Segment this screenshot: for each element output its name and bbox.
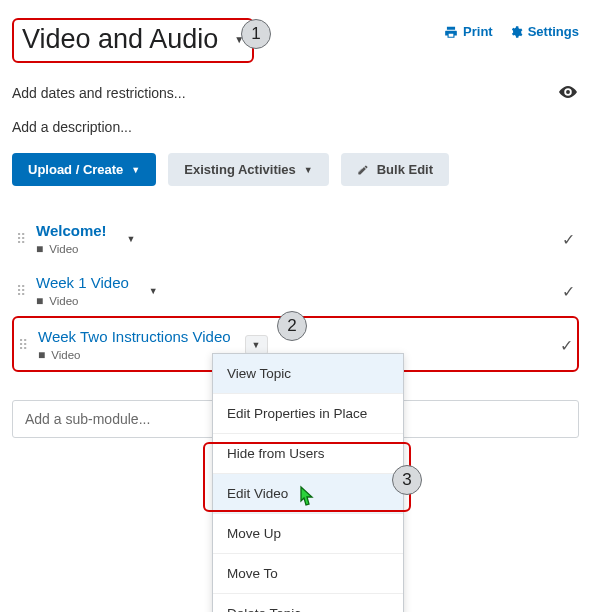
chevron-down-icon: ▼: [304, 165, 313, 175]
item-actions-dropdown[interactable]: ▼: [143, 282, 164, 300]
callout-1: 1: [241, 19, 271, 49]
module-meta: Add dates and restrictions... Add a desc…: [12, 85, 579, 135]
content-item-type: Video: [49, 295, 78, 307]
callout-2: 2: [277, 311, 307, 341]
content-item: ⠿ Week 1 Video ■ Video ▼ ✓: [12, 264, 579, 316]
add-description-link[interactable]: Add a description...: [12, 119, 579, 135]
content-item-title[interactable]: Week Two Instructions Video: [38, 328, 231, 345]
module-title[interactable]: Video and Audio: [18, 22, 222, 57]
drag-handle-icon[interactable]: ⠿: [18, 341, 32, 349]
upload-create-label: Upload / Create: [28, 162, 123, 177]
gear-icon: [509, 25, 523, 39]
content-item-title[interactable]: Week 1 Video: [36, 274, 129, 291]
settings-label: Settings: [528, 24, 579, 39]
context-menu: View Topic Edit Properties in Place Hide…: [212, 353, 404, 612]
menu-edit-video[interactable]: Edit Video: [213, 474, 403, 514]
menu-hide-from-users[interactable]: Hide from Users: [213, 434, 403, 474]
existing-activities-label: Existing Activities: [184, 162, 296, 177]
item-actions-dropdown[interactable]: ▼: [245, 335, 268, 355]
module-title-highlight: Video and Audio ▼: [12, 18, 254, 63]
add-dates-link[interactable]: Add dates and restrictions...: [12, 85, 579, 101]
print-label: Print: [463, 24, 493, 39]
print-icon: [444, 25, 458, 39]
print-link[interactable]: Print: [444, 24, 493, 39]
check-icon: ✓: [562, 230, 575, 249]
check-icon: ✓: [562, 282, 575, 301]
video-icon: ■: [36, 294, 43, 308]
drag-handle-icon[interactable]: ⠿: [16, 287, 30, 295]
video-icon: ■: [36, 242, 43, 256]
settings-link[interactable]: Settings: [509, 24, 579, 39]
content-item-type: Video: [49, 243, 78, 255]
bulk-edit-label: Bulk Edit: [377, 162, 433, 177]
chevron-down-icon: ▼: [131, 165, 140, 175]
action-bar: Upload / Create ▼ Existing Activities ▼ …: [12, 153, 579, 186]
menu-move-up[interactable]: Move Up: [213, 514, 403, 554]
visibility-icon[interactable]: [559, 86, 577, 98]
pencil-icon: [357, 164, 369, 176]
upload-create-button[interactable]: Upload / Create ▼: [12, 153, 156, 186]
bulk-edit-button[interactable]: Bulk Edit: [341, 153, 449, 186]
video-icon: ■: [38, 348, 45, 362]
content-item-type: Video: [51, 349, 80, 361]
menu-delete-topic[interactable]: Delete Topic: [213, 594, 403, 612]
check-icon: ✓: [560, 336, 573, 355]
item-actions-dropdown[interactable]: ▼: [121, 230, 142, 248]
callout-3: 3: [392, 465, 422, 495]
content-item: ⠿ Welcome! ■ Video ▼ ✓: [12, 212, 579, 264]
menu-view-topic[interactable]: View Topic: [213, 354, 403, 394]
header-actions: Print Settings: [444, 18, 579, 39]
svg-point-0: [566, 90, 570, 94]
content-item-title[interactable]: Welcome!: [36, 222, 107, 239]
drag-handle-icon[interactable]: ⠿: [16, 235, 30, 243]
menu-edit-properties[interactable]: Edit Properties in Place: [213, 394, 403, 434]
module-header: Video and Audio ▼ Print Settings: [12, 18, 579, 63]
menu-move-to[interactable]: Move To: [213, 554, 403, 594]
existing-activities-button[interactable]: Existing Activities ▼: [168, 153, 328, 186]
